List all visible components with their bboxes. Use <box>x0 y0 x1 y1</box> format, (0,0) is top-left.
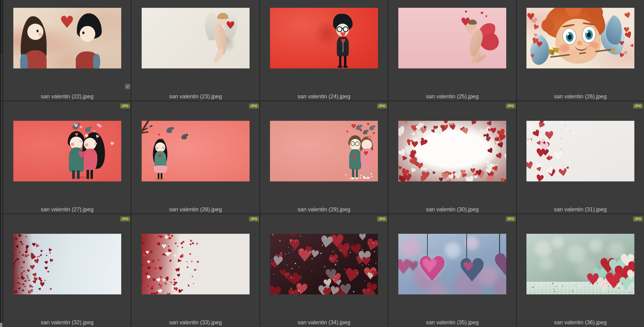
heart-icon <box>328 256 336 264</box>
heart-icon <box>535 147 546 159</box>
file-cell[interactable]: JPG san valentin (28).jpeg <box>131 101 260 214</box>
bokeh-shape <box>535 241 551 257</box>
illustration-shape <box>77 170 80 179</box>
heart-icon <box>40 249 43 253</box>
item-checkbox[interactable] <box>125 84 130 89</box>
sparkle-dot <box>298 290 299 291</box>
sparkle-dot <box>575 285 576 286</box>
heart-icon <box>563 124 567 128</box>
thumbnail-image[interactable] <box>13 234 121 294</box>
file-cell[interactable]: JPG san valentin (26).jpeg <box>516 0 644 101</box>
file-cell[interactable]: JPG san valentin (27).jpeg <box>3 101 131 214</box>
sparkle-dot <box>606 284 607 286</box>
heart-icon <box>143 122 146 125</box>
heart-icon <box>156 277 162 283</box>
bokeh-shape <box>539 257 553 270</box>
file-name-label: san valentin (23).jpeg <box>132 93 259 100</box>
illustration-shape <box>156 147 158 150</box>
file-cell[interactable]: JPG san valentin (32).jpeg <box>3 214 131 327</box>
scrollbar-track[interactable] <box>1 0 2 54</box>
illustration-shape <box>338 66 342 68</box>
file-name-label: san valentin (27).jpeg <box>4 206 130 213</box>
thumbnail-image[interactable] <box>270 8 378 68</box>
heart-icon <box>370 269 378 279</box>
heart-icon <box>47 247 52 253</box>
thumbnail-image[interactable] <box>398 234 506 294</box>
thumbnail-image[interactable] <box>13 8 121 68</box>
heart-icon <box>47 270 50 274</box>
file-cell[interactable]: JPG san valentin (33).jpeg <box>131 214 260 327</box>
thumbnail-image[interactable] <box>398 121 506 182</box>
thumbnail-image[interactable] <box>142 234 250 294</box>
file-cell[interactable]: JPG san valentin (35).jpeg <box>388 214 516 327</box>
scrollbar-track[interactable] <box>1 54 2 327</box>
file-cell[interactable]: JPG san valentin (30).jpeg <box>388 101 516 214</box>
illustration-shape <box>367 170 369 178</box>
sparkle-dot <box>612 283 613 284</box>
thumbnail-image[interactable] <box>398 8 506 68</box>
illustration-shape <box>541 19 554 32</box>
illustration-shape <box>80 26 95 42</box>
sparkle-dot <box>311 258 312 260</box>
heart-icon <box>272 254 284 268</box>
thumbnail-image[interactable] <box>142 8 250 68</box>
illustration-shape <box>86 170 89 179</box>
heart-icon <box>530 168 538 177</box>
file-type-badge: JPG <box>506 104 516 108</box>
heart-icon <box>536 40 543 49</box>
file-cell[interactable]: JPG san valentin (31).jpeg <box>516 101 644 214</box>
thumbnail-image[interactable] <box>526 234 634 294</box>
heart-icon <box>623 11 632 20</box>
file-cell[interactable]: JPG san valentin (22).jpeg <box>3 0 131 101</box>
file-cell[interactable]: JPG san valentin (36).jpeg <box>516 214 644 327</box>
bokeh-shape <box>552 237 564 248</box>
file-cell[interactable]: JPG san valentin (34).jpeg <box>260 214 388 327</box>
sparkle-dot <box>287 264 288 266</box>
file-cell[interactable]: JPG san valentin (24).jpeg <box>260 0 388 101</box>
file-type-badge-label: JPG <box>634 217 642 221</box>
heart-icon <box>560 137 563 140</box>
heart-icon <box>485 15 488 18</box>
sparkle-dot <box>292 268 293 269</box>
thumbnail-image[interactable] <box>526 8 634 68</box>
file-cell[interactable]: JPG san valentin (23).jpeg <box>131 0 260 101</box>
heart-icon <box>150 131 152 134</box>
heart-icon <box>474 174 478 180</box>
illustration-shape <box>355 177 358 179</box>
bokeh-shape <box>589 238 603 252</box>
file-type-badge: JPG <box>506 216 516 221</box>
thumbnail-image[interactable] <box>13 121 121 182</box>
file-cell[interactable]: JPG san valentin (25).jpeg <box>388 0 516 101</box>
illustration-shape <box>38 32 42 36</box>
thumbnail-image[interactable] <box>270 234 378 294</box>
heart-icon <box>173 279 176 282</box>
heart-icon <box>351 123 356 129</box>
file-type-badge-label: JPG <box>122 104 128 108</box>
heart-icon <box>171 284 175 289</box>
thumbnail-image[interactable] <box>270 121 378 182</box>
scrollbar-thumb[interactable] <box>0 323 2 327</box>
file-type-badge: JPG <box>120 104 130 108</box>
sparkle-dot <box>333 279 334 280</box>
file-name-label: san valentin (31).jpeg <box>518 206 643 213</box>
thumbnail-image[interactable] <box>526 121 634 182</box>
file-type-badge-label: JPG <box>634 104 642 108</box>
file-name-label: san valentin (36).jpeg <box>518 319 643 326</box>
heart-icon <box>142 280 143 283</box>
heart-icon <box>398 257 412 278</box>
illustration-shape <box>362 140 372 150</box>
illustration-shape <box>343 66 348 68</box>
illustration-shape <box>158 173 159 179</box>
illustration-shape <box>343 42 343 52</box>
file-cell[interactable]: JPG san valentin (29).jpeg <box>260 101 388 214</box>
sparkle-dot <box>602 283 603 285</box>
heart-icon <box>145 250 149 255</box>
heart-icon <box>40 282 45 288</box>
heart-icon <box>336 240 353 259</box>
thumbnail-image[interactable] <box>142 121 250 182</box>
heart-icon <box>495 140 499 145</box>
heart-icon <box>270 283 283 294</box>
illustration-shape <box>352 169 354 178</box>
heart-icon <box>364 150 369 156</box>
heart-icon <box>561 129 563 132</box>
